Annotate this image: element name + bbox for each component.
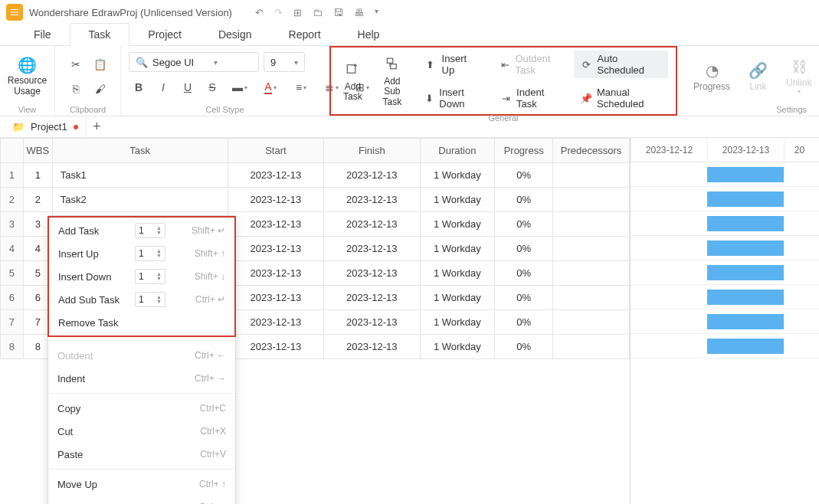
- cell-finish[interactable]: 2023-12-13: [324, 163, 420, 188]
- ctx-copy[interactable]: CopyCtrl+C: [48, 397, 235, 420]
- tab-design[interactable]: Design: [200, 24, 270, 45]
- gantt-bar[interactable]: [707, 191, 784, 207]
- gantt-bar[interactable]: [707, 314, 784, 329]
- ctx-outdent[interactable]: OutdentCtrl+ ←: [48, 344, 235, 367]
- print-icon[interactable]: 🖶: [354, 7, 364, 18]
- ctx-insert-down[interactable]: Insert Down 1▲▼ Shift+ ↓: [49, 265, 234, 288]
- gantt-bar[interactable]: [707, 216, 784, 231]
- gantt-row[interactable]: [631, 309, 819, 334]
- cell-duration[interactable]: 1 Workday: [420, 335, 495, 359]
- insert-down-button[interactable]: ⬇Insert Down: [418, 84, 487, 112]
- row-header[interactable]: 8: [1, 335, 24, 359]
- add-sub-task-button[interactable]: Add Sub Task: [370, 51, 414, 112]
- ctx-move-down[interactable]: Move DownCtrl+ ↓: [48, 496, 235, 504]
- ctx-add-task[interactable]: Add Task 1▲▼ Shift+ ↵: [49, 219, 234, 242]
- cell-finish[interactable]: 2023-12-13: [324, 335, 420, 359]
- redo-icon[interactable]: ↷: [274, 7, 283, 18]
- open-icon[interactable]: 🗀: [313, 7, 323, 18]
- cell-start[interactable]: 2023-12-13: [228, 163, 323, 188]
- gantt-row[interactable]: [631, 334, 819, 358]
- cell-start[interactable]: 2023-12-13: [228, 237, 323, 261]
- tab-project[interactable]: Project: [129, 24, 200, 45]
- add-task-count-spinner[interactable]: 1▲▼: [135, 223, 165, 238]
- col-predecessors[interactable]: Predecessors: [553, 139, 630, 163]
- indent-task-button[interactable]: ⇥Indent Task: [493, 84, 568, 112]
- gantt-row[interactable]: [631, 236, 819, 260]
- unlink-button[interactable]: ⛓Unlink▾: [778, 55, 819, 98]
- cell-finish[interactable]: 2023-12-13: [324, 310, 420, 335]
- cell-duration[interactable]: 1 Workday: [420, 188, 495, 212]
- resource-usage-button[interactable]: 🌐 Resource Usage: [2, 53, 53, 99]
- col-duration[interactable]: Duration: [420, 139, 495, 163]
- cell-duration[interactable]: 1 Workday: [420, 237, 495, 261]
- gantt-row[interactable]: [631, 211, 819, 236]
- gantt-bar[interactable]: [707, 339, 784, 354]
- tab-task[interactable]: Task: [70, 23, 130, 46]
- cell-start[interactable]: 2023-12-13: [228, 335, 323, 359]
- cell-progress[interactable]: 0%: [495, 335, 553, 359]
- cell-predecessors[interactable]: [553, 237, 630, 261]
- gantt-pane[interactable]: 2023-12-12 2023-12-13 20: [631, 138, 819, 504]
- outdent-task-button[interactable]: ⇤Outdent Task: [493, 51, 568, 78]
- cell-predecessors[interactable]: [553, 335, 630, 359]
- cell-progress[interactable]: 0%: [495, 212, 553, 237]
- insert-up-count-spinner[interactable]: 1▲▼: [135, 246, 165, 261]
- manual-scheduled-button[interactable]: 📌Manual Scheduled: [574, 84, 668, 112]
- cell-finish[interactable]: 2023-12-13: [324, 286, 420, 310]
- add-project-tab[interactable]: +: [86, 116, 107, 138]
- cell-wbs[interactable]: 1: [23, 163, 52, 188]
- insert-down-count-spinner[interactable]: 1▲▼: [135, 269, 165, 284]
- table-row[interactable]: 22Task22023-12-132023-12-131 Workday0%: [1, 188, 630, 212]
- row-header[interactable]: 1: [1, 163, 24, 188]
- ctx-add-sub-task[interactable]: Add Sub Task 1▲▼ Ctrl+ ↵: [49, 288, 234, 311]
- align-button[interactable]: ≡▾: [288, 78, 314, 97]
- gantt-row[interactable]: [631, 260, 819, 285]
- gantt-row[interactable]: [631, 187, 819, 211]
- bold-button[interactable]: B: [129, 78, 149, 97]
- cell-finish[interactable]: 2023-12-13: [324, 188, 420, 212]
- gantt-date[interactable]: 2023-12-12: [631, 138, 707, 162]
- insert-up-button[interactable]: ⬆Insert Up: [418, 51, 487, 78]
- row-header[interactable]: 2: [1, 188, 24, 212]
- cut-icon[interactable]: ✂: [66, 55, 86, 74]
- fill-color-button[interactable]: ▬▾: [227, 78, 253, 97]
- cell-finish[interactable]: 2023-12-13: [324, 212, 420, 237]
- undo-icon[interactable]: ↶: [255, 7, 264, 18]
- copy-icon[interactable]: ⎘: [66, 80, 86, 98]
- project-tab[interactable]: 📁 Project1: [5, 116, 86, 137]
- cell-progress[interactable]: 0%: [495, 163, 553, 188]
- cell-duration[interactable]: 1 Workday: [420, 310, 495, 335]
- auto-scheduled-button[interactable]: ⟳Auto Scheduled: [574, 51, 668, 78]
- tab-help[interactable]: Help: [339, 24, 398, 45]
- ctx-move-up[interactable]: Move UpCtrl+ ↑: [48, 473, 235, 496]
- col-start[interactable]: Start: [228, 139, 323, 163]
- save-icon[interactable]: 🖫: [333, 7, 343, 18]
- cell-predecessors[interactable]: [553, 261, 630, 286]
- cell-progress[interactable]: 0%: [495, 237, 553, 261]
- cell-progress[interactable]: 0%: [495, 310, 553, 335]
- cell-finish[interactable]: 2023-12-13: [324, 261, 420, 286]
- gantt-bar[interactable]: [707, 167, 784, 182]
- cell-start[interactable]: 2023-12-13: [228, 212, 323, 237]
- italic-button[interactable]: I: [153, 78, 173, 97]
- add-sub-count-spinner[interactable]: 1▲▼: [135, 292, 165, 307]
- ctx-insert-up[interactable]: Insert Up 1▲▼ Shift+ ↑: [49, 242, 234, 265]
- cell-predecessors[interactable]: [553, 212, 630, 237]
- row-header[interactable]: 5: [1, 261, 24, 286]
- link-button[interactable]: 🔗Link: [741, 58, 775, 95]
- ctx-cut[interactable]: CutCtrl+X: [48, 420, 235, 443]
- gantt-bar[interactable]: [707, 241, 784, 256]
- cell-progress[interactable]: 0%: [495, 188, 553, 212]
- new-icon[interactable]: ⊞: [293, 7, 302, 18]
- cell-duration[interactable]: 1 Workday: [420, 163, 495, 188]
- cell-predecessors[interactable]: [553, 286, 630, 310]
- table-row[interactable]: 11Task12023-12-132023-12-131 Workday0%: [1, 163, 630, 188]
- ctx-remove-task[interactable]: Remove Task: [49, 311, 234, 334]
- cell-predecessors[interactable]: [553, 188, 630, 212]
- gantt-bar[interactable]: [707, 265, 784, 280]
- col-task[interactable]: Task: [52, 139, 228, 163]
- paste-icon[interactable]: 📋: [90, 55, 110, 74]
- cell-start[interactable]: 2023-12-13: [228, 188, 323, 212]
- ctx-paste[interactable]: PasteCtrl+V: [48, 443, 235, 466]
- format-painter-icon[interactable]: 🖌: [90, 80, 110, 98]
